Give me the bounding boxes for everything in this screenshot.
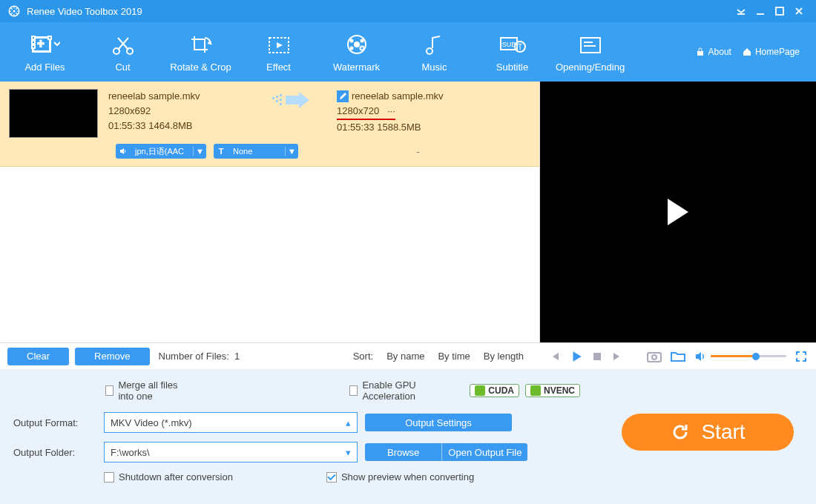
audio-track-label: jpn,日语(AAC — [131, 146, 193, 157]
effect-button[interactable]: Effect — [240, 22, 317, 82]
play-button-icon[interactable] — [570, 350, 583, 363]
text-icon: T — [214, 147, 228, 156]
volume-icon[interactable] — [694, 351, 706, 362]
preview-controls — [540, 342, 816, 369]
dest-meta: 01:55:33 1588.5MB — [337, 120, 530, 135]
svg-rect-8 — [32, 41, 35, 44]
open-output-button[interactable]: Open Output File — [442, 443, 527, 461]
fullscreen-icon[interactable] — [795, 351, 807, 362]
dest-filename: reneelab sample.mkv — [352, 89, 444, 104]
output-settings-button[interactable]: Output Settings — [365, 414, 512, 431]
merge-checkbox[interactable]: Merge all files into one — [105, 379, 194, 402]
svg-rect-34 — [280, 103, 282, 105]
chevron-up-icon: ▴ — [346, 417, 351, 428]
folder-icon[interactable] — [671, 351, 685, 362]
app-title: Renee Video Toolbox 2019 — [27, 6, 142, 17]
gpu-checkbox[interactable]: Enable GPU Acceleration — [349, 379, 447, 402]
prev-icon[interactable] — [549, 351, 561, 362]
svg-point-20 — [360, 46, 363, 50]
chevron-down-icon[interactable]: ▼ — [193, 147, 206, 156]
opening-ending-button[interactable]: Opening/Ending — [551, 22, 629, 82]
output-format-select[interactable]: MKV Video (*.mkv) ▴ — [104, 412, 358, 433]
extra-info: - — [306, 146, 530, 157]
rotate-crop-button[interactable]: Rotate & Crop — [162, 22, 240, 82]
add-files-button[interactable]: + Add Files — [6, 22, 84, 82]
cut-button[interactable]: Cut — [84, 22, 162, 82]
home-icon — [742, 47, 752, 57]
audio-track-selector[interactable]: jpn,日语(AAC ▼ — [116, 144, 206, 159]
output-folder-value: F:\works\ — [111, 447, 150, 458]
subtitle-track-selector[interactable]: T None ▼ — [214, 144, 298, 159]
close-icon[interactable] — [789, 4, 809, 19]
sort-by-name[interactable]: By name — [386, 351, 424, 362]
file-list: reneelab sample.mkv 1280x692 01:55:33 14… — [0, 82, 540, 342]
file-item[interactable]: reneelab sample.mkv 1280x692 01:55:33 14… — [0, 82, 539, 167]
toolbar-label: Cut — [115, 62, 130, 73]
svg-rect-36 — [648, 353, 661, 362]
show-preview-checkbox[interactable]: Show preview when converting — [326, 471, 474, 483]
homepage-link[interactable]: HomePage — [742, 47, 800, 57]
minimize-icon[interactable] — [751, 4, 770, 19]
output-format-label: Output Format: — [13, 417, 96, 428]
dest-info: reneelab sample.mkv 1280x720 ··· 01:55:3… — [337, 89, 530, 135]
crop-icon — [188, 32, 214, 57]
toolbar-label: Effect — [266, 62, 291, 73]
lock-icon — [695, 47, 705, 57]
homepage-label: HomePage — [755, 47, 800, 57]
chevron-down-icon[interactable]: ▼ — [285, 147, 298, 156]
music-button[interactable]: Music — [395, 22, 473, 82]
gpu-label: Enable GPU Acceleration — [362, 379, 447, 402]
svg-text:T: T — [517, 43, 521, 51]
output-folder-select[interactable]: F:\works\ ▾ — [104, 442, 358, 462]
nvenc-badge: NVENC — [525, 384, 580, 397]
svg-rect-4 — [776, 7, 783, 15]
chevron-down-icon: ▾ — [346, 447, 351, 458]
toolbar-label: Add Files — [24, 62, 65, 73]
video-thumbnail — [9, 89, 98, 138]
maximize-icon[interactable] — [770, 4, 789, 19]
opening-icon — [578, 32, 603, 57]
output-panel: Merge all files into one Enable GPU Acce… — [0, 369, 816, 504]
about-label: About — [708, 47, 731, 57]
svg-rect-30 — [276, 96, 278, 98]
about-link[interactable]: About — [695, 47, 731, 57]
edit-icon[interactable] — [337, 90, 349, 102]
watermark-button[interactable]: Watermark — [317, 22, 395, 82]
svg-rect-29 — [272, 97, 274, 99]
merge-label: Merge all files into one — [118, 379, 194, 402]
toolbar-label: Music — [422, 62, 447, 73]
source-meta: 01:55:33 1464.8MB — [108, 119, 249, 133]
play-icon[interactable] — [668, 199, 688, 225]
browse-button[interactable]: Browse — [365, 443, 442, 461]
shutdown-checkbox[interactable]: Shutdown after conversion — [104, 471, 233, 483]
main-toolbar: + Add Files Cut Rotate & Crop Effect Wat… — [0, 22, 816, 82]
list-footer: Clear Remove Number of Files: 1 Sort: By… — [0, 342, 540, 369]
dest-res-more[interactable]: ··· — [387, 105, 395, 116]
sort-by-length[interactable]: By length — [484, 351, 524, 362]
start-label: Start — [701, 420, 745, 444]
svg-rect-7 — [32, 36, 35, 39]
music-icon — [422, 32, 447, 57]
effect-icon — [266, 32, 292, 57]
svg-point-19 — [349, 46, 353, 50]
remove-button[interactable]: Remove — [75, 348, 149, 365]
toolbar-label: Rotate & Crop — [170, 62, 231, 73]
subtitle-button[interactable]: SUBT Subtitle — [473, 22, 551, 82]
svg-rect-32 — [280, 94, 282, 96]
svg-point-37 — [652, 355, 657, 359]
volume-slider[interactable] — [694, 351, 786, 362]
file-count-label: Number of Files: 1 — [159, 351, 240, 362]
stop-icon[interactable] — [592, 351, 602, 362]
svg-rect-9 — [32, 45, 35, 48]
dropdown-icon[interactable] — [731, 4, 751, 19]
svg-point-16 — [354, 42, 360, 47]
title-bar: Renee Video Toolbox 2019 — [0, 0, 816, 22]
camera-icon[interactable] — [647, 351, 662, 362]
next-icon[interactable] — [611, 351, 623, 362]
dest-resolution: 1280x720 — [337, 105, 379, 116]
video-preview[interactable] — [540, 82, 816, 342]
svg-point-18 — [360, 39, 363, 42]
sort-by-time[interactable]: By time — [438, 351, 470, 362]
start-button[interactable]: Start — [622, 414, 794, 451]
clear-button[interactable]: Clear — [7, 348, 69, 365]
